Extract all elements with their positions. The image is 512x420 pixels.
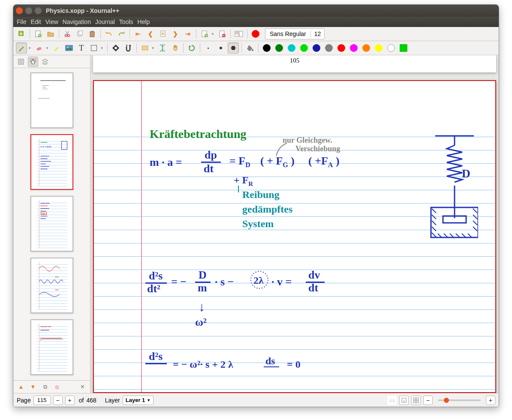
- thick-stroke-button[interactable]: [228, 42, 239, 54]
- thumbnail-page-4[interactable]: for(let i=0;i<18;i++)document.write('<di…: [30, 258, 73, 313]
- annotation-teal-1: Reibung: [242, 189, 280, 201]
- page-prev-button[interactable]: −: [53, 396, 63, 405]
- undo-button[interactable]: [103, 28, 114, 39]
- current-page[interactable]: for(let i=0;i<22;i++)document.write('<di…: [93, 80, 496, 393]
- color-yellow[interactable]: [373, 42, 384, 54]
- current-color-button[interactable]: [250, 28, 261, 39]
- eq3-zero: = 0: [287, 359, 301, 370]
- color-green2[interactable]: [398, 42, 409, 54]
- thin-stroke-button[interactable]: [203, 42, 214, 54]
- pen-tool[interactable]: [16, 42, 27, 54]
- zoom-slider[interactable]: [438, 399, 481, 401]
- zoom-in-button[interactable]: +: [486, 396, 495, 405]
- sidebar-tab-layers[interactable]: [40, 57, 50, 67]
- sidebar-close[interactable]: ✕: [77, 382, 87, 392]
- shape-recognizer-button[interactable]: [110, 42, 121, 54]
- first-page-button[interactable]: ⇤: [133, 28, 144, 39]
- thumbnail-page-3[interactable]: for(let i=0;i<18;i++)document.write('<di…: [30, 196, 73, 252]
- eq-plus-fg: ( + FG ): [260, 155, 295, 169]
- color-lime[interactable]: [298, 42, 310, 54]
- menu-file[interactable]: File: [17, 18, 27, 25]
- menu-journal[interactable]: Journal: [95, 18, 115, 25]
- zoom-fit-width-button[interactable]: [411, 396, 421, 405]
- sidebar-delete-page[interactable]: ⦸: [52, 382, 62, 392]
- color-blue[interactable]: [311, 42, 322, 54]
- reload-button[interactable]: [186, 42, 197, 54]
- save-button[interactable]: [16, 28, 27, 39]
- toolbar-tools: ▼ ▼ T ▼ ▼: [13, 41, 499, 55]
- shape-dropdown[interactable]: ▼: [99, 46, 105, 50]
- canvas-viewport[interactable]: 105 for(let i=0;i<22;i++)document.write(…: [90, 55, 499, 393]
- zoom-out-button[interactable]: −: [423, 396, 433, 405]
- svg-rect-36: [413, 401, 416, 403]
- next-page-button[interactable]: ❯: [170, 28, 181, 39]
- goto-page-button[interactable]: [157, 28, 169, 39]
- eq-left: m · a =: [150, 156, 182, 169]
- menu-navigation[interactable]: Navigation: [63, 18, 91, 25]
- menu-help[interactable]: Help: [138, 18, 150, 25]
- app-window: Physics.xopp - Xournal++ File Edit View …: [13, 4, 499, 407]
- menu-edit[interactable]: Edit: [31, 18, 41, 25]
- thumbnail-page-5[interactable]: for(let i=0;i<18;i++)document.write('<di…: [30, 319, 73, 375]
- fill-button[interactable]: [244, 42, 256, 54]
- select-dropdown[interactable]: ▼: [151, 46, 156, 50]
- thumbnail-page-1[interactable]: ▬▬▬▬▬▬▬▬▬▬▬▬▬▬▬▬▬▬▬▬▬: [30, 72, 73, 128]
- select-rect-tool[interactable]: [139, 42, 151, 54]
- medium-stroke-button[interactable]: [215, 42, 226, 54]
- prev-page-button[interactable]: ❮: [145, 28, 156, 39]
- thumbnail-list[interactable]: ▬▬▬▬▬▬▬▬▬▬▬▬▬▬▬▬▬▬▬▬▬ for(let i=0;i<18;i…: [13, 68, 90, 380]
- color-green[interactable]: [274, 42, 285, 54]
- zoom-fit-page-button[interactable]: 1: [399, 396, 409, 405]
- open-button[interactable]: [45, 28, 56, 39]
- sidebar-tab-thumbnails[interactable]: [28, 57, 38, 67]
- eraser-dropdown[interactable]: ▼: [45, 46, 50, 50]
- eq2-dt: dt: [308, 282, 318, 294]
- sidebar-copy-page[interactable]: ⧉: [40, 382, 50, 392]
- insert-page-dropdown[interactable]: ▼: [210, 32, 215, 36]
- color-cyan[interactable]: [286, 42, 297, 54]
- paste-button[interactable]: [87, 28, 98, 39]
- sidebar-move-down[interactable]: ▼: [28, 382, 38, 392]
- hand-tool[interactable]: [169, 42, 181, 54]
- color-orange[interactable]: [361, 42, 372, 54]
- snap-button[interactable]: [123, 42, 134, 54]
- menu-tools[interactable]: Tools: [119, 18, 133, 25]
- shape-tool[interactable]: [88, 42, 99, 54]
- delete-page-button[interactable]: [217, 28, 228, 39]
- text-tool[interactable]: T: [76, 42, 87, 54]
- highlighter-tool[interactable]: [51, 42, 62, 54]
- svg-text:1: 1: [403, 399, 405, 403]
- color-red[interactable]: [336, 42, 347, 54]
- menu-view[interactable]: View: [45, 18, 58, 25]
- eq2-m: m: [198, 282, 207, 294]
- last-page-button[interactable]: ⇥: [182, 28, 193, 39]
- new-page-button[interactable]: [33, 28, 44, 39]
- color-black[interactable]: [261, 42, 272, 54]
- zoom-presentation-button[interactable]: ▭: [387, 396, 397, 405]
- color-white[interactable]: [386, 42, 397, 54]
- layer-current: Layer 1: [126, 397, 145, 403]
- window-minimize-button[interactable]: [25, 7, 32, 14]
- paired-pages-button[interactable]: [233, 28, 244, 39]
- sidebar-move-up[interactable]: ▲: [16, 382, 26, 392]
- svg-rect-20: [142, 46, 148, 50]
- layer-selector[interactable]: Layer 1 ▼: [123, 396, 154, 405]
- window-maximize-button[interactable]: [35, 7, 42, 14]
- thumbnail-page-2-selected[interactable]: for(let i=0;i<18;i++)document.write('<di…: [30, 134, 73, 190]
- page-next-button[interactable]: +: [65, 396, 75, 405]
- pen-dropdown[interactable]: ▼: [27, 46, 32, 50]
- sidebar-tab-outline[interactable]: [16, 57, 26, 67]
- font-selector[interactable]: Sans Regular 12: [265, 28, 325, 39]
- cut-button[interactable]: [62, 28, 73, 39]
- color-grey[interactable]: [323, 42, 334, 54]
- window-close-button[interactable]: [16, 7, 23, 14]
- eq-eq-fd: = FD: [229, 155, 250, 169]
- eraser-tool[interactable]: [33, 42, 45, 54]
- insert-page-button[interactable]: [199, 28, 210, 39]
- image-tool[interactable]: [63, 42, 75, 54]
- color-magenta[interactable]: [348, 42, 359, 54]
- page-number-input[interactable]: [33, 396, 51, 405]
- redo-button[interactable]: [116, 28, 127, 39]
- copy-button[interactable]: [74, 28, 85, 39]
- vertical-space-tool[interactable]: [157, 42, 168, 54]
